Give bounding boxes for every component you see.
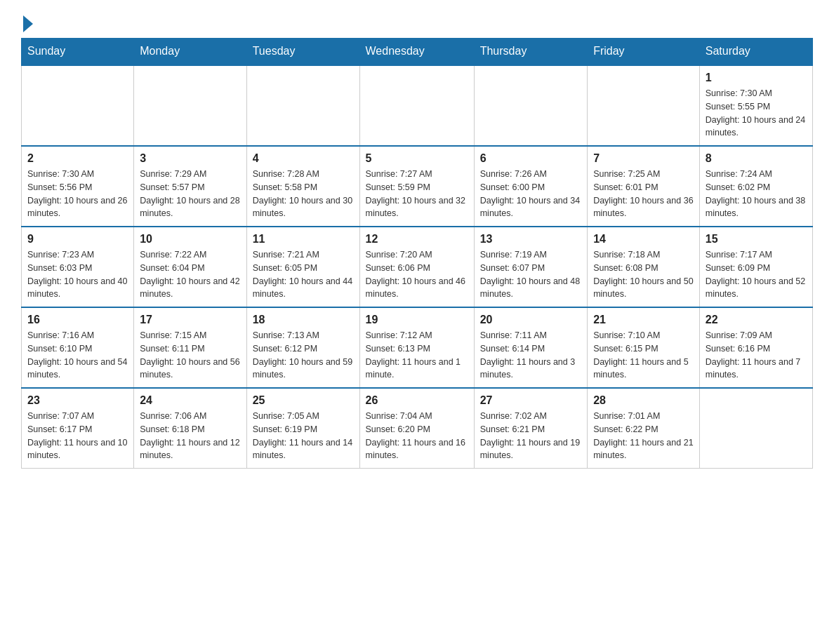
- day-number: 9: [27, 233, 128, 246]
- day-number: 25: [253, 394, 354, 407]
- day-info: Sunrise: 7:12 AMSunset: 6:13 PMDaylight:…: [366, 329, 468, 382]
- day-number: 15: [706, 233, 807, 246]
- calendar-cell: 21Sunrise: 7:10 AMSunset: 6:15 PMDayligh…: [588, 307, 700, 388]
- calendar-cell: 27Sunrise: 7:02 AMSunset: 6:21 PMDayligh…: [474, 388, 587, 469]
- day-info: Sunrise: 7:17 AMSunset: 6:09 PMDaylight:…: [706, 248, 807, 301]
- calendar-cell: [699, 388, 812, 469]
- day-info: Sunrise: 7:04 AMSunset: 6:20 PMDaylight:…: [366, 410, 468, 462]
- weekday-header-tuesday: Tuesday: [246, 38, 359, 65]
- calendar-cell: 19Sunrise: 7:12 AMSunset: 6:13 PMDayligh…: [359, 307, 474, 388]
- calendar-cell: 9Sunrise: 7:23 AMSunset: 6:03 PMDaylight…: [22, 227, 134, 307]
- calendar-cell: [588, 65, 700, 146]
- day-number: 26: [366, 394, 468, 407]
- day-number: 20: [480, 314, 581, 326]
- weekday-header-saturday: Saturday: [699, 38, 812, 65]
- calendar-cell: 14Sunrise: 7:18 AMSunset: 6:08 PMDayligh…: [588, 227, 700, 307]
- calendar-cell: 23Sunrise: 7:07 AMSunset: 6:17 PMDayligh…: [22, 388, 134, 469]
- day-number: 14: [593, 233, 694, 246]
- day-number: 2: [27, 152, 128, 165]
- logo: [21, 14, 33, 31]
- weekday-header-monday: Monday: [134, 38, 246, 65]
- calendar-cell: 25Sunrise: 7:05 AMSunset: 6:19 PMDayligh…: [246, 388, 359, 469]
- calendar-cell: 12Sunrise: 7:20 AMSunset: 6:06 PMDayligh…: [359, 227, 474, 307]
- calendar-week-1: 1Sunrise: 7:30 AMSunset: 5:55 PMDaylight…: [22, 65, 813, 146]
- calendar-cell: [246, 65, 359, 146]
- calendar-cell: [22, 65, 134, 146]
- calendar-cell: 2Sunrise: 7:30 AMSunset: 5:56 PMDaylight…: [22, 146, 134, 227]
- calendar-cell: 11Sunrise: 7:21 AMSunset: 6:05 PMDayligh…: [246, 227, 359, 307]
- day-info: Sunrise: 7:02 AMSunset: 6:21 PMDaylight:…: [480, 410, 581, 462]
- calendar-cell: 7Sunrise: 7:25 AMSunset: 6:01 PMDaylight…: [588, 146, 700, 227]
- day-info: Sunrise: 7:05 AMSunset: 6:19 PMDaylight:…: [253, 410, 354, 462]
- calendar-week-4: 16Sunrise: 7:16 AMSunset: 6:10 PMDayligh…: [22, 307, 813, 388]
- calendar-cell: 10Sunrise: 7:22 AMSunset: 6:04 PMDayligh…: [134, 227, 246, 307]
- calendar-cell: 28Sunrise: 7:01 AMSunset: 6:22 PMDayligh…: [588, 388, 700, 469]
- day-info: Sunrise: 7:11 AMSunset: 6:14 PMDaylight:…: [480, 329, 581, 382]
- day-number: 6: [480, 152, 581, 165]
- day-info: Sunrise: 7:29 AMSunset: 5:57 PMDaylight:…: [140, 168, 240, 220]
- day-number: 28: [593, 394, 694, 407]
- calendar-week-2: 2Sunrise: 7:30 AMSunset: 5:56 PMDaylight…: [22, 146, 813, 227]
- day-number: 11: [253, 233, 354, 246]
- day-number: 22: [706, 314, 807, 326]
- day-number: 5: [366, 152, 468, 165]
- day-info: Sunrise: 7:13 AMSunset: 6:12 PMDaylight:…: [253, 329, 354, 382]
- calendar-cell: [359, 65, 474, 146]
- calendar-cell: 1Sunrise: 7:30 AMSunset: 5:55 PMDaylight…: [699, 65, 812, 146]
- day-number: 13: [480, 233, 581, 246]
- day-number: 17: [140, 314, 240, 326]
- day-number: 12: [366, 233, 468, 246]
- day-number: 8: [706, 152, 807, 165]
- logo-arrow-icon: [23, 15, 33, 32]
- day-number: 19: [366, 314, 468, 326]
- calendar-cell: 22Sunrise: 7:09 AMSunset: 6:16 PMDayligh…: [699, 307, 812, 388]
- day-number: 21: [593, 314, 694, 326]
- day-number: 23: [27, 394, 128, 407]
- day-info: Sunrise: 7:30 AMSunset: 5:55 PMDaylight:…: [706, 87, 807, 140]
- calendar-cell: 4Sunrise: 7:28 AMSunset: 5:58 PMDaylight…: [246, 146, 359, 227]
- weekday-header-friday: Friday: [588, 38, 700, 65]
- day-number: 4: [253, 152, 354, 165]
- calendar-cell: 20Sunrise: 7:11 AMSunset: 6:14 PMDayligh…: [474, 307, 587, 388]
- weekday-header-wednesday: Wednesday: [359, 38, 474, 65]
- day-info: Sunrise: 7:27 AMSunset: 5:59 PMDaylight:…: [366, 168, 468, 220]
- calendar-cell: 18Sunrise: 7:13 AMSunset: 6:12 PMDayligh…: [246, 307, 359, 388]
- day-info: Sunrise: 7:01 AMSunset: 6:22 PMDaylight:…: [593, 410, 694, 462]
- day-number: 3: [140, 152, 240, 165]
- day-info: Sunrise: 7:06 AMSunset: 6:18 PMDaylight:…: [140, 410, 240, 462]
- day-number: 27: [480, 394, 581, 407]
- day-info: Sunrise: 7:18 AMSunset: 6:08 PMDaylight:…: [593, 248, 694, 301]
- day-info: Sunrise: 7:07 AMSunset: 6:17 PMDaylight:…: [27, 410, 128, 462]
- day-info: Sunrise: 7:15 AMSunset: 6:11 PMDaylight:…: [140, 329, 240, 382]
- day-info: Sunrise: 7:10 AMSunset: 6:15 PMDaylight:…: [593, 329, 694, 382]
- calendar-cell: [474, 65, 587, 146]
- calendar-table: SundayMondayTuesdayWednesdayThursdayFrid…: [21, 38, 813, 469]
- calendar-week-5: 23Sunrise: 7:07 AMSunset: 6:17 PMDayligh…: [22, 388, 813, 469]
- day-number: 10: [140, 233, 240, 246]
- day-info: Sunrise: 7:23 AMSunset: 6:03 PMDaylight:…: [27, 248, 128, 301]
- day-info: Sunrise: 7:24 AMSunset: 6:02 PMDaylight:…: [706, 168, 807, 220]
- day-number: 16: [27, 314, 128, 326]
- day-info: Sunrise: 7:26 AMSunset: 6:00 PMDaylight:…: [480, 168, 581, 220]
- weekday-header-thursday: Thursday: [474, 38, 587, 65]
- page-header: [21, 14, 813, 31]
- day-info: Sunrise: 7:30 AMSunset: 5:56 PMDaylight:…: [27, 168, 128, 220]
- calendar-cell: [134, 65, 246, 146]
- day-info: Sunrise: 7:22 AMSunset: 6:04 PMDaylight:…: [140, 248, 240, 301]
- day-info: Sunrise: 7:28 AMSunset: 5:58 PMDaylight:…: [253, 168, 354, 220]
- calendar-week-3: 9Sunrise: 7:23 AMSunset: 6:03 PMDaylight…: [22, 227, 813, 307]
- day-info: Sunrise: 7:09 AMSunset: 6:16 PMDaylight:…: [706, 329, 807, 382]
- day-info: Sunrise: 7:16 AMSunset: 6:10 PMDaylight:…: [27, 329, 128, 382]
- calendar-cell: 26Sunrise: 7:04 AMSunset: 6:20 PMDayligh…: [359, 388, 474, 469]
- day-info: Sunrise: 7:21 AMSunset: 6:05 PMDaylight:…: [253, 248, 354, 301]
- calendar-cell: 15Sunrise: 7:17 AMSunset: 6:09 PMDayligh…: [699, 227, 812, 307]
- day-number: 7: [593, 152, 694, 165]
- calendar-cell: 6Sunrise: 7:26 AMSunset: 6:00 PMDaylight…: [474, 146, 587, 227]
- calendar-header-row: SundayMondayTuesdayWednesdayThursdayFrid…: [22, 38, 813, 65]
- day-number: 1: [706, 72, 807, 84]
- calendar-cell: 16Sunrise: 7:16 AMSunset: 6:10 PMDayligh…: [22, 307, 134, 388]
- calendar-cell: 3Sunrise: 7:29 AMSunset: 5:57 PMDaylight…: [134, 146, 246, 227]
- calendar-cell: 13Sunrise: 7:19 AMSunset: 6:07 PMDayligh…: [474, 227, 587, 307]
- day-number: 18: [253, 314, 354, 326]
- day-info: Sunrise: 7:19 AMSunset: 6:07 PMDaylight:…: [480, 248, 581, 301]
